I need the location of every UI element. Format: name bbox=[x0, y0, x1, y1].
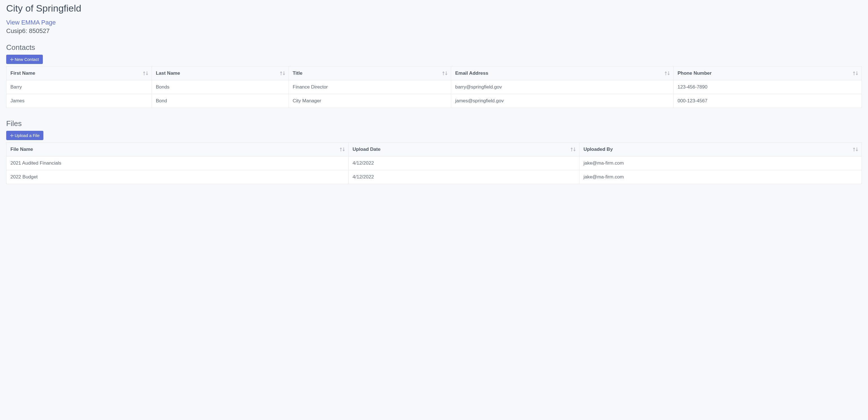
cell-last: Bonds bbox=[152, 80, 288, 94]
cell-last: Bond bbox=[152, 94, 288, 108]
cell-title: City Manager bbox=[288, 94, 451, 108]
sort-icon bbox=[280, 71, 285, 75]
sort-icon bbox=[853, 147, 858, 151]
sort-icon bbox=[442, 71, 447, 75]
new-contact-button[interactable]: New Contact bbox=[6, 55, 43, 64]
files-section: Files Upload a File File Name Upload Dat… bbox=[6, 119, 862, 184]
plus-icon bbox=[10, 134, 13, 137]
col-uploaded-by[interactable]: Uploaded By bbox=[580, 143, 862, 156]
cell-uploaded-by: jake@ma-firm.com bbox=[580, 170, 862, 184]
cell-file-name: 2021 Audited Financials bbox=[6, 156, 349, 170]
cell-file-name: 2022 Budget bbox=[6, 170, 349, 184]
col-label: Last Name bbox=[156, 70, 180, 76]
col-label: Upload Date bbox=[352, 147, 380, 152]
col-label: Uploaded By bbox=[583, 147, 613, 152]
table-row[interactable]: James Bond City Manager james@springfiel… bbox=[6, 94, 862, 108]
files-heading: Files bbox=[6, 119, 862, 128]
cell-email: barry@springfield.gov bbox=[451, 80, 674, 94]
sort-icon bbox=[143, 71, 148, 75]
table-row[interactable]: 2022 Budget 4/12/2022 jake@ma-firm.com bbox=[6, 170, 862, 184]
col-label: Email Address bbox=[455, 70, 488, 76]
cell-first: James bbox=[6, 94, 152, 108]
plus-icon bbox=[10, 58, 13, 61]
col-label: Title bbox=[293, 70, 303, 76]
col-title[interactable]: Title bbox=[288, 66, 451, 80]
cell-phone: 123-456-7890 bbox=[674, 80, 862, 94]
cell-uploaded-by: jake@ma-firm.com bbox=[580, 156, 862, 170]
page-title: City of Springfield bbox=[6, 3, 862, 14]
contacts-heading: Contacts bbox=[6, 43, 862, 52]
new-contact-button-label: New Contact bbox=[14, 57, 39, 62]
col-label: File Name bbox=[10, 147, 33, 152]
col-phone[interactable]: Phone Number bbox=[674, 66, 862, 80]
col-file-name[interactable]: File Name bbox=[6, 143, 349, 156]
table-row[interactable]: Barry Bonds Finance Director barry@sprin… bbox=[6, 80, 862, 94]
col-upload-date[interactable]: Upload Date bbox=[349, 143, 580, 156]
table-row[interactable]: 2021 Audited Financials 4/12/2022 jake@m… bbox=[6, 156, 862, 170]
sort-icon bbox=[664, 71, 670, 75]
upload-file-button-label: Upload a File bbox=[14, 133, 39, 138]
sort-icon bbox=[853, 71, 858, 75]
col-email[interactable]: Email Address bbox=[451, 66, 674, 80]
cusip-label: Cusip6: 850527 bbox=[6, 27, 862, 35]
col-label: First Name bbox=[10, 70, 35, 76]
contacts-section: Contacts New Contact First Name Last Nam… bbox=[6, 43, 862, 108]
cell-upload-date: 4/12/2022 bbox=[349, 170, 580, 184]
col-label: Phone Number bbox=[678, 70, 712, 76]
cell-first: Barry bbox=[6, 80, 152, 94]
col-first-name[interactable]: First Name bbox=[6, 66, 152, 80]
cell-title: Finance Director bbox=[288, 80, 451, 94]
view-emma-link[interactable]: View EMMA Page bbox=[6, 19, 56, 26]
contacts-table: First Name Last Name Title bbox=[6, 66, 862, 108]
upload-file-button[interactable]: Upload a File bbox=[6, 131, 43, 140]
col-last-name[interactable]: Last Name bbox=[152, 66, 288, 80]
sort-icon bbox=[570, 147, 576, 151]
cell-email: james@springfield.gov bbox=[451, 94, 674, 108]
files-table: File Name Upload Date Uploaded By bbox=[6, 142, 862, 184]
cell-upload-date: 4/12/2022 bbox=[349, 156, 580, 170]
sort-icon bbox=[340, 147, 345, 151]
cell-phone: 000-123-4567 bbox=[674, 94, 862, 108]
